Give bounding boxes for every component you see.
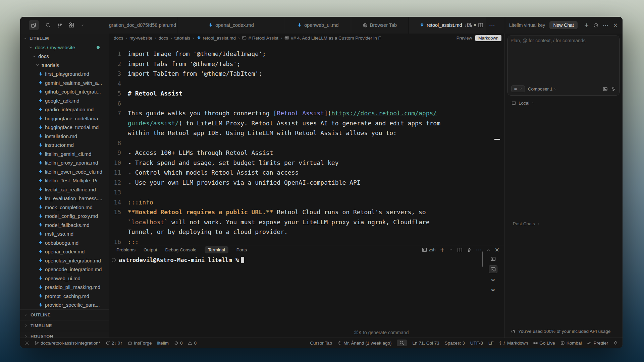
markdown-mode-button[interactable]: Markdown [475, 35, 501, 41]
file-google-adk-md[interactable]: google_adk.md [20, 96, 109, 105]
image-icon[interactable] [603, 86, 608, 92]
file-installation-md[interactable]: installation.md [20, 132, 109, 141]
breadcrumb-item-retool-assist-md[interactable]: retool_assist.md [197, 36, 236, 41]
project-section-header[interactable]: LITELLM [20, 34, 109, 43]
file-gradio-integration-md[interactable]: gradio_integration.md [20, 105, 109, 114]
breadcrumb-item-retool-assist[interactable]: # Retool Assist [242, 36, 278, 41]
file-huggingface-tutorial-md[interactable]: huggingface_tutorial.md [20, 123, 109, 132]
file-mock-completion-md[interactable]: mock_completion.md [20, 203, 109, 212]
history-icon[interactable] [593, 23, 598, 28]
plus-icon[interactable]: + [584, 22, 589, 28]
file-livekit-xai-realtime-md[interactable]: livekit_xai_realtime.md [20, 185, 109, 194]
context-selector[interactable]: Local [512, 101, 535, 106]
status-mr-nand-1-week-ago[interactable]: Mr. Ånand (1 week ago) [337, 341, 391, 346]
section-timeline[interactable]: TIMELINE [20, 320, 109, 331]
file-model-fallbacks-md[interactable]: model_fallbacks.md [20, 221, 109, 230]
status-2-0[interactable]: 2↓ 0↑ [106, 341, 122, 346]
panel-tab-debug-console[interactable]: Debug Console [165, 247, 197, 252]
file-presidio-pii-masking-md[interactable]: presidio_pii_masking.md [20, 283, 109, 292]
breadcrumb-item-docs[interactable]: docs [114, 36, 123, 41]
status-remote[interactable] [25, 341, 29, 345]
status-go-live[interactable]: Go Live [533, 341, 555, 346]
file-first-playground-md[interactable]: first_playground.md [20, 70, 109, 79]
folder-tutorials[interactable]: tutorials [20, 61, 109, 70]
chevron-down-icon[interactable] [80, 23, 84, 27]
terminal-instance-infinity[interactable]: ∞ [489, 286, 497, 293]
chevron-up-icon[interactable] [486, 248, 490, 252]
file-prompt-caching-md[interactable]: prompt_caching.md [20, 292, 109, 301]
breadcrumb-item-docs[interactable]: docs [159, 36, 168, 41]
chevron-down-icon[interactable] [449, 248, 453, 252]
folder-docs-my-website[interactable]: docs / my-website [20, 43, 109, 52]
split-editor-icon[interactable] [457, 247, 463, 253]
chat-tab-litellm-virtual-key[interactable]: Litellm virtual key [509, 22, 545, 28]
file-openclaw-integration-md[interactable]: openclaw_integration.md [20, 256, 109, 265]
tab-gration-doc-d075fd58-plan-md[interactable]: gration_doc_d075fd58.plan.md [108, 17, 177, 34]
preview-button[interactable]: Preview [457, 36, 472, 41]
extensions-icon[interactable] [69, 22, 74, 28]
plus-icon[interactable]: + [440, 247, 445, 253]
terminal-instance-terminal[interactable] [489, 265, 497, 273]
shell-profile[interactable]: zsh [422, 247, 435, 252]
terminal-scrollbar[interactable] [482, 251, 483, 267]
file-huggingface-codellama[interactable]: huggingface_codellama... [20, 114, 109, 123]
file-opencode-integration-md[interactable]: opencode_integration.md [20, 265, 109, 274]
status-insforge[interactable]: InsForge [128, 341, 152, 346]
file-instructor-md[interactable]: instructor.md [20, 141, 109, 150]
activity-item-files[interactable] [29, 20, 39, 30]
split-editor-icon[interactable] [478, 22, 483, 28]
breadcrumb-item-4-add-litellm-as-a-custom-provider-in-f[interactable]: ## 4. Add LiteLLM as a Custom Provider i… [284, 36, 381, 41]
file-litellm-proxy-aporia-md[interactable]: litellm_proxy_aporia.md [20, 159, 109, 168]
file-msft-sso-md[interactable]: msft_sso.md [20, 230, 109, 239]
more-icon[interactable]: ⋯ [603, 22, 609, 28]
file-lm-evaluation-harness[interactable]: lm_evaluation_harness.... [20, 194, 109, 203]
status-markdown[interactable]: { }Markdown [499, 341, 528, 346]
section-outline[interactable]: OUTLINE [20, 309, 109, 320]
file-openai-codex-md[interactable]: openai_codex.md [20, 247, 109, 256]
status-prettier[interactable]: Prettier [587, 341, 608, 346]
close-icon[interactable]: × [495, 247, 499, 253]
section-houston[interactable]: HOUSTON [20, 331, 109, 338]
status-litellm[interactable]: litellm [157, 341, 169, 346]
terminal-prompt[interactable]: astrodevil@Astro-Mac-mini litellm % [119, 257, 244, 263]
file-oobabooga-md[interactable]: oobabooga.md [20, 238, 109, 247]
status-spaces-3[interactable]: Spaces: 3 [445, 341, 465, 346]
composer-selector[interactable]: Composer 1 [528, 86, 557, 92]
status-bell[interactable] [613, 341, 618, 345]
terminal-instance-infinity[interactable]: ∞ [489, 276, 497, 283]
panel-tab-terminal[interactable]: Terminal [205, 246, 228, 253]
panel-tab-ports[interactable]: Ports [236, 247, 247, 252]
status-0[interactable]: 0 [174, 341, 183, 346]
model-selector[interactable]: ∞ [511, 85, 525, 92]
status-kombai[interactable]: Kombai [560, 341, 582, 346]
trash-icon[interactable] [467, 248, 472, 252]
status-docs-retool-assist-integration[interactable]: docs/retool-assist-integration* [35, 341, 100, 346]
more-icon[interactable]: ⋯ [476, 247, 482, 253]
file-github-copilot-integrati[interactable]: github_copilot_integrati... [20, 87, 109, 97]
code-editor[interactable]: 1import Image from '@theme/IdealImage';2… [109, 42, 505, 245]
chat-input[interactable] [510, 37, 617, 75]
file-gemini-realtime-with-a[interactable]: gemini_realtime_with_a... [20, 78, 109, 87]
markdown-preview-icon[interactable] [467, 22, 472, 28]
status-cursor-tab[interactable]: Cursor Tab [310, 341, 332, 346]
tab-openweb-ui-md[interactable]: openweb_ui.md [285, 17, 351, 34]
file-openweb-ui-md[interactable]: openweb_ui.md [20, 274, 109, 283]
close-icon[interactable]: × [613, 22, 618, 28]
search-icon[interactable] [45, 22, 51, 28]
file-litellm-qwen-code-cli-md[interactable]: litellm_qwen_code_cli.md [20, 167, 109, 176]
folder-docs[interactable]: docs [20, 52, 109, 61]
panel-tab-problems[interactable]: Problems [116, 247, 136, 252]
status-search[interactable] [397, 340, 407, 346]
file-provider-specific-para[interactable]: provider_specific_para... [20, 301, 109, 310]
breadcrumb-item-my-website[interactable]: my-website [129, 36, 152, 41]
file-litellm-gemini-cli-md[interactable]: litellm_gemini_cli.md [20, 149, 109, 159]
chat-tab-new-chat[interactable]: New Chat [549, 21, 577, 29]
status-utf-8[interactable]: UTF-8 [470, 341, 483, 346]
breadcrumb-item-tutorials[interactable]: tutorials [174, 36, 190, 41]
tab-browser-tab[interactable]: Browser Tab [351, 17, 409, 34]
more-icon[interactable]: ⋯ [489, 22, 495, 28]
file-litellm-test-multiple-pr[interactable]: litellm_Test_Multiple_Pr... [20, 176, 109, 185]
panel-tab-output[interactable]: Output [144, 247, 157, 252]
terminal-instance-terminal[interactable] [489, 255, 497, 262]
tab-openai-codex-md[interactable]: openai_codex.md [177, 17, 285, 34]
